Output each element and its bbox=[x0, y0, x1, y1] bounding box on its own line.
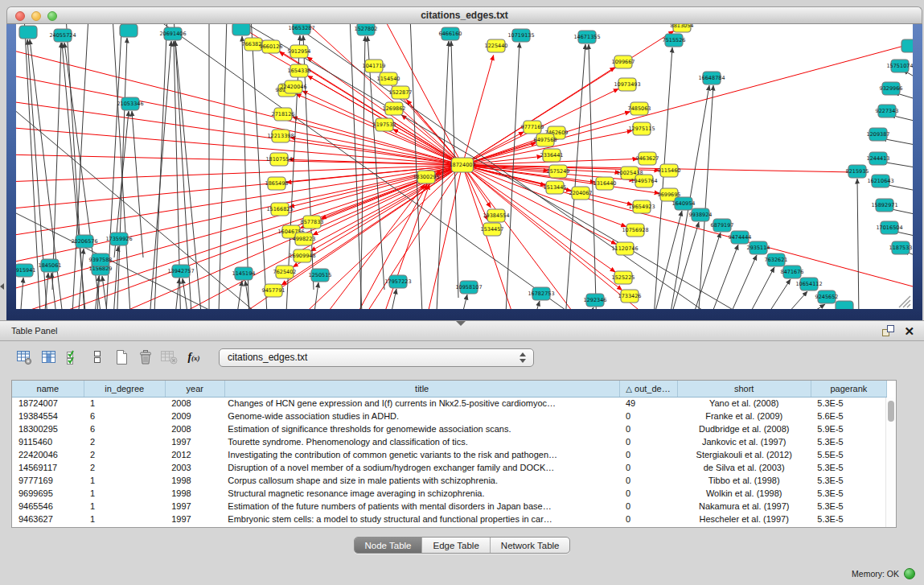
cell-in_degree[interactable]: 2 bbox=[84, 461, 165, 474]
cell-year[interactable]: 2008 bbox=[165, 422, 224, 435]
cell-title[interactable]: Corpus callosum shape and size in male p… bbox=[224, 474, 619, 487]
cell-short[interactable]: de Silva et al. (2003) bbox=[677, 461, 811, 474]
close-window-button[interactable] bbox=[15, 11, 25, 21]
cell-name[interactable]: 9699695 bbox=[12, 487, 84, 500]
table-row[interactable]: 1456911722003Disruption of a novel membe… bbox=[12, 461, 887, 474]
column-header-title[interactable]: title bbox=[224, 381, 619, 397]
graph-node[interactable] bbox=[120, 24, 138, 37]
cell-pagerank[interactable]: 5.3E-5 bbox=[811, 500, 886, 513]
cell-title[interactable]: Changes of HCN gene expression and I(f) … bbox=[224, 397, 619, 410]
cell-short[interactable]: Nakamura et al. (1997) bbox=[677, 500, 811, 513]
graph-node[interactable] bbox=[19, 26, 37, 39]
select-columns-button[interactable] bbox=[37, 346, 61, 369]
cell-title[interactable]: Estimation of significance thresholds fo… bbox=[224, 422, 619, 435]
column-header-out_degree[interactable]: △out_de… bbox=[619, 381, 677, 397]
close-panel-icon[interactable]: ✕ bbox=[904, 325, 914, 337]
cell-year[interactable]: 1997 bbox=[165, 435, 224, 448]
cell-pagerank[interactable]: 5.3E-5 bbox=[811, 474, 886, 487]
cell-out_degree[interactable]: 0 bbox=[619, 500, 677, 513]
data-table[interactable]: namein_degreeyeartitle△out_de…shortpager… bbox=[12, 381, 887, 525]
cell-out_degree[interactable]: 0 bbox=[619, 487, 677, 500]
cell-year[interactable]: 1998 bbox=[165, 474, 224, 487]
table-row[interactable]: 977716911998Corpus callosum shape and si… bbox=[12, 474, 887, 487]
cell-pagerank[interactable]: 5.3E-5 bbox=[811, 435, 886, 448]
select-all-rows-button[interactable] bbox=[61, 346, 85, 369]
cell-name[interactable]: 18724007 bbox=[12, 397, 84, 410]
cell-name[interactable]: 14569117 bbox=[12, 461, 84, 474]
cell-title[interactable]: Embryonic stem cells: a model to study s… bbox=[224, 513, 619, 525]
tab-edge-table[interactable]: Edge Table bbox=[422, 538, 490, 553]
table-row[interactable]: 969969511998Structural magnetic resonanc… bbox=[12, 487, 887, 500]
zoom-window-button[interactable] bbox=[47, 11, 57, 21]
function-builder-button[interactable]: f(x) bbox=[182, 346, 206, 369]
cell-in_degree[interactable]: 2 bbox=[84, 448, 165, 461]
cell-pagerank[interactable]: 5.3E-5 bbox=[811, 397, 886, 410]
cell-title[interactable]: Tourette syndrome. Phenomenology and cla… bbox=[224, 435, 619, 448]
table-row[interactable]: 1830029562008Estimation of significance … bbox=[12, 422, 887, 435]
cell-name[interactable]: 9115460 bbox=[12, 435, 84, 448]
delete-table-button[interactable] bbox=[158, 346, 182, 369]
cell-pagerank[interactable]: 5.5E-5 bbox=[811, 448, 886, 461]
cell-year[interactable]: 2003 bbox=[165, 461, 224, 474]
cell-out_degree[interactable]: 0 bbox=[619, 513, 677, 525]
network-canvas[interactable]: 1872400776638229660126591295416543389890… bbox=[16, 24, 913, 309]
memory-status-indicator[interactable] bbox=[904, 568, 915, 579]
cell-out_degree[interactable]: 0 bbox=[619, 461, 677, 474]
cell-out_degree[interactable]: 0 bbox=[619, 410, 677, 422]
column-header-pagerank[interactable]: pagerank bbox=[811, 381, 886, 397]
cell-short[interactable]: Wolkin et al. (1998) bbox=[677, 487, 811, 500]
cell-short[interactable]: Jankovic et al. (1997) bbox=[677, 435, 811, 448]
cell-short[interactable]: Hescheler et al. (1997) bbox=[677, 513, 811, 525]
minimize-window-button[interactable] bbox=[31, 11, 41, 21]
graph-node[interactable] bbox=[901, 39, 913, 52]
delete-rows-button[interactable] bbox=[133, 346, 158, 369]
cell-short[interactable]: Tibbo et al. (1998) bbox=[677, 474, 811, 487]
window-titlebar[interactable]: citations_edges.txt bbox=[6, 6, 922, 24]
cell-year[interactable]: 2012 bbox=[165, 448, 224, 461]
cell-title[interactable]: Estimation of the future numbers of pati… bbox=[224, 500, 619, 513]
cell-in_degree[interactable]: 2 bbox=[84, 435, 165, 448]
table-scrollbar-thumb[interactable] bbox=[888, 401, 894, 422]
cell-name[interactable]: 9463627 bbox=[12, 513, 84, 525]
collapse-left-panel-arrow-icon[interactable] bbox=[0, 283, 4, 290]
cell-out_degree[interactable]: 0 bbox=[619, 435, 677, 448]
table-row[interactable]: 911546021997Tourette syndrome. Phenomeno… bbox=[12, 435, 887, 448]
cell-out_degree[interactable]: 0 bbox=[619, 474, 677, 487]
table-row[interactable]: 946362711997Embryonic stem cells: a mode… bbox=[12, 513, 887, 525]
cell-name[interactable]: 18300295 bbox=[12, 422, 84, 435]
cell-short[interactable]: Franke et al. (2009) bbox=[677, 410, 811, 422]
cell-pagerank[interactable]: 5.3E-5 bbox=[811, 513, 886, 525]
cell-pagerank[interactable]: 5.3E-5 bbox=[811, 487, 886, 500]
column-header-in_degree[interactable]: in_degree bbox=[84, 381, 165, 397]
table-row[interactable]: 1872400712008Changes of HCN gene express… bbox=[12, 397, 887, 410]
tab-network-table[interactable]: Network Table bbox=[491, 538, 570, 553]
resize-grip-icon[interactable] bbox=[899, 296, 910, 307]
cell-year[interactable]: 2009 bbox=[165, 410, 224, 422]
graph-node[interactable] bbox=[836, 301, 853, 309]
cell-short[interactable]: Stergiakouli et al. (2012) bbox=[677, 448, 811, 461]
cell-year[interactable]: 2008 bbox=[165, 397, 224, 410]
cell-title[interactable]: Genome-wide association studies in ADHD. bbox=[224, 410, 619, 422]
cell-short[interactable]: Dudbridge et al. (2008) bbox=[677, 422, 811, 435]
graph-node[interactable] bbox=[232, 24, 250, 35]
cell-in_degree[interactable]: 6 bbox=[84, 410, 165, 422]
cell-title[interactable]: Disruption of a novel member of a sodium… bbox=[224, 461, 619, 474]
splitter-handle-icon[interactable] bbox=[456, 321, 466, 326]
cell-in_degree[interactable]: 1 bbox=[84, 500, 165, 513]
column-header-year[interactable]: year bbox=[165, 381, 224, 397]
table-row[interactable]: 946554611997Estimation of the future num… bbox=[12, 500, 887, 513]
cell-in_degree[interactable]: 1 bbox=[84, 487, 165, 500]
cell-out_degree[interactable]: 49 bbox=[619, 397, 677, 410]
column-header-short[interactable]: short bbox=[677, 381, 811, 397]
table-row[interactable]: 2242004622012Investigating the contribut… bbox=[12, 448, 887, 461]
cell-name[interactable]: 19384554 bbox=[12, 410, 84, 422]
cell-in_degree[interactable]: 1 bbox=[84, 513, 165, 525]
cell-pagerank[interactable]: 5.3E-5 bbox=[811, 461, 886, 474]
cell-year[interactable]: 1997 bbox=[165, 500, 224, 513]
table-settings-button[interactable] bbox=[13, 346, 37, 369]
cell-out_degree[interactable]: 0 bbox=[619, 422, 677, 435]
cell-name[interactable]: 9465546 bbox=[12, 500, 84, 513]
table-row[interactable]: 1938455462009Genome-wide association stu… bbox=[12, 410, 887, 422]
tab-node-table[interactable]: Node Table bbox=[355, 538, 423, 553]
cell-year[interactable]: 1997 bbox=[165, 513, 224, 525]
